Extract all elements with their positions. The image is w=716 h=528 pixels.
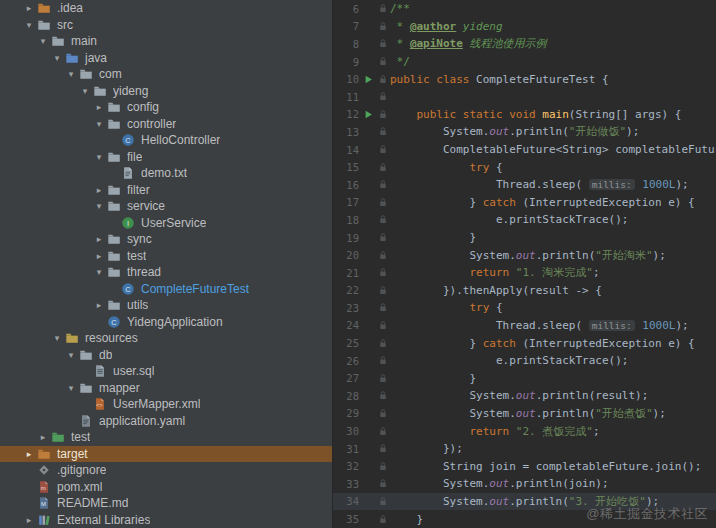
- tree-item-gitignore[interactable]: .gitignore: [0, 462, 332, 479]
- tree-item-demo-txt[interactable]: demo.txt: [0, 165, 332, 182]
- code-line-27[interactable]: 27 }: [333, 369, 716, 387]
- code-line-21[interactable]: 21 return "1. 淘米完成";: [333, 264, 716, 282]
- chevron-down-icon[interactable]: ▾: [92, 149, 106, 166]
- chevron-down-icon[interactable]: ▾: [36, 33, 50, 50]
- tree-item-config[interactable]: ▸config: [0, 99, 332, 116]
- tree-item-mapper[interactable]: ▾mapper: [0, 380, 332, 397]
- code-line-20[interactable]: 20 System.out.println("开始淘米");: [333, 246, 716, 264]
- chevron-down-icon[interactable]: ▾: [92, 198, 106, 215]
- code-editor[interactable]: 6/**7 * @author yideng8 * @apiNote 线程池使用…: [333, 0, 716, 528]
- tree-item-user-sql[interactable]: user.sql: [0, 363, 332, 380]
- tree-item-controller[interactable]: ▾controller: [0, 116, 332, 133]
- chevron-down-icon[interactable]: ▾: [22, 17, 36, 34]
- chevron-down-icon[interactable]: ▾: [50, 330, 64, 347]
- tree-item-main[interactable]: ▾main: [0, 33, 332, 50]
- code-line-26[interactable]: 26 e.printStackTrace();: [333, 352, 716, 370]
- chevron-right-icon[interactable]: ▸: [22, 0, 36, 17]
- code-text: try {: [390, 301, 716, 314]
- tree-item-hellocontroller[interactable]: CHelloController: [0, 132, 332, 149]
- chevron-down-icon[interactable]: ▾: [50, 50, 64, 67]
- tree-item-utils[interactable]: ▸utils: [0, 297, 332, 314]
- code-line-30[interactable]: 30 return "2. 煮饭完成";: [333, 422, 716, 440]
- code-line-11[interactable]: 11: [333, 88, 716, 106]
- chevron-right-icon[interactable]: ▸: [92, 99, 106, 116]
- code-token: }: [390, 231, 476, 244]
- tree-item-yideng[interactable]: ▾yideng: [0, 83, 332, 100]
- code-line-10[interactable]: 10public class CompleteFutureTest {: [333, 70, 716, 88]
- code-line-14[interactable]: 14 CompletableFuture<String> completable…: [333, 141, 716, 159]
- code-line-9[interactable]: 9 */: [333, 53, 716, 71]
- chevron-right-icon[interactable]: ▸: [92, 231, 106, 248]
- code-line-33[interactable]: 33 System.out.println(join);: [333, 475, 716, 493]
- chevron-right-icon[interactable]: ▸: [92, 297, 106, 314]
- tree-item-java[interactable]: ▾java: [0, 50, 332, 67]
- class-icon: C: [106, 314, 122, 329]
- chevron-right-icon[interactable]: ▸: [92, 182, 106, 199]
- code-line-8[interactable]: 8 * @apiNote 线程池使用示例: [333, 35, 716, 53]
- tree-item-yidengapplication[interactable]: CYidengApplication: [0, 314, 332, 331]
- code-line-22[interactable]: 22 }).thenApply(result -> {: [333, 282, 716, 300]
- code-token: (InterruptedException e) {: [522, 196, 694, 209]
- code-line-32[interactable]: 32 String join = completableFuture.join(…: [333, 457, 716, 475]
- run-button-icon[interactable]: [362, 75, 375, 84]
- folder-test-icon: [50, 430, 66, 445]
- tree-item-userservice[interactable]: IUserService: [0, 215, 332, 232]
- tree-item-test[interactable]: ▸test: [0, 429, 332, 446]
- tree-item-idea[interactable]: ▸.idea: [0, 0, 332, 17]
- code-line-13[interactable]: 13 System.out.println("开始做饭");: [333, 123, 716, 141]
- tree-item-file[interactable]: ▾file: [0, 149, 332, 166]
- code-line-19[interactable]: 19 }: [333, 229, 716, 247]
- gutter-bookmark-icon: [375, 232, 390, 243]
- folder-icon: [106, 298, 122, 313]
- chevron-down-icon[interactable]: ▾: [92, 264, 106, 281]
- code-line-29[interactable]: 29 System.out.println("开始煮饭");: [333, 405, 716, 423]
- tree-item-db[interactable]: ▾db: [0, 347, 332, 364]
- tree-item-thread[interactable]: ▾thread: [0, 264, 332, 281]
- tree-item-readme-md[interactable]: MREADME.md: [0, 495, 332, 512]
- chevron-down-icon[interactable]: ▾: [78, 83, 92, 100]
- folder-icon: [106, 116, 122, 131]
- tree-item-test[interactable]: ▸test: [0, 248, 332, 265]
- chevron-right-icon[interactable]: ▸: [92, 248, 106, 265]
- code-token: }: [390, 513, 423, 526]
- tree-item-service[interactable]: ▾service: [0, 198, 332, 215]
- code-line-15[interactable]: 15 try {: [333, 158, 716, 176]
- code-line-25[interactable]: 25 } catch (InterruptedException e) {: [333, 334, 716, 352]
- tree-item-target[interactable]: ▸target: [0, 446, 332, 463]
- svg-text:C: C: [125, 136, 131, 145]
- tree-item-com[interactable]: ▾com: [0, 66, 332, 83]
- code-line-31[interactable]: 31 });: [333, 440, 716, 458]
- chevron-down-icon[interactable]: ▾: [64, 380, 78, 397]
- tree-item-external-libraries[interactable]: ▸External Libraries: [0, 512, 332, 528]
- tree-item-resources[interactable]: ▾resources: [0, 330, 332, 347]
- code-line-18[interactable]: 18 e.printStackTrace();: [333, 211, 716, 229]
- tree-item-completefuturetest[interactable]: CCompleteFutureTest: [0, 281, 332, 298]
- code-line-17[interactable]: 17 } catch (InterruptedException e) {: [333, 194, 716, 212]
- run-button-icon[interactable]: [362, 110, 375, 119]
- code-line-28[interactable]: 28 System.out.println(result);: [333, 387, 716, 405]
- tree-item-pom-xml[interactable]: mpom.xml: [0, 479, 332, 496]
- tree-item-sync[interactable]: ▸sync: [0, 231, 332, 248]
- tree-item-application-yaml[interactable]: application.yaml: [0, 413, 332, 430]
- chevron-down-icon[interactable]: ▾: [92, 116, 106, 133]
- chevron-down-icon[interactable]: ▾: [64, 66, 78, 83]
- code-line-6[interactable]: 6/**: [333, 0, 716, 18]
- chevron-right-icon[interactable]: ▸: [22, 512, 36, 528]
- tree-item-label: db: [99, 348, 112, 362]
- tree-item-label: target: [57, 447, 88, 461]
- libraries-icon: [36, 512, 52, 527]
- tree-item-usermapper-xml[interactable]: <>UserMapper.xml: [0, 396, 332, 413]
- code-text: return "1. 淘米完成";: [390, 265, 716, 280]
- code-line-24[interactable]: 24 Thread.sleep( millis: 1000L);: [333, 317, 716, 335]
- code-text: }: [390, 372, 716, 385]
- code-line-16[interactable]: 16 Thread.sleep( millis: 1000L);: [333, 176, 716, 194]
- code-line-7[interactable]: 7 * @author yideng: [333, 18, 716, 36]
- tree-item-src[interactable]: ▾src: [0, 17, 332, 34]
- folder-icon: [36, 17, 52, 32]
- chevron-down-icon[interactable]: ▾: [64, 347, 78, 364]
- tree-item-filter[interactable]: ▸filter: [0, 182, 332, 199]
- chevron-right-icon[interactable]: ▸: [36, 429, 50, 446]
- chevron-right-icon[interactable]: ▸: [22, 446, 36, 463]
- code-line-23[interactable]: 23 try {: [333, 299, 716, 317]
- code-line-12[interactable]: 12 public static void main(String[] args…: [333, 106, 716, 124]
